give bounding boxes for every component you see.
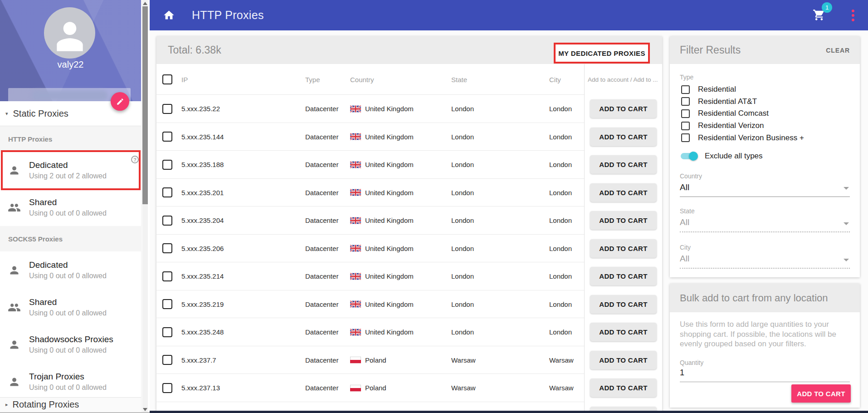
type-filter-option[interactable]: Residential AT&T [680,96,850,108]
cell-state: London [451,272,549,280]
cart-icon[interactable]: 1 [813,9,826,22]
row-checkbox[interactable] [162,187,172,197]
select-all-checkbox[interactable] [162,74,172,84]
row-checkbox[interactable] [162,243,172,253]
table-row: 5.xxx.235.204 Datacenter United [156,206,662,235]
person-icon [7,376,21,388]
page-title: HTTP Proxies [192,9,264,22]
exclude-all-types-toggle[interactable] [680,152,698,161]
filter-title: Filter Results [680,44,741,56]
uk-flag-icon [350,189,361,196]
uk-flag-icon [350,105,361,113]
chevron-down-icon [844,187,849,190]
cell-ip: 5.xxx.237.7 [181,356,305,364]
add-to-cart-button[interactable]: ADD TO CART [590,183,657,202]
scrollbar-thumb[interactable] [142,6,148,204]
row-checkbox[interactable] [162,104,172,114]
bulk-add-title: Bulk add to cart from any location [670,284,860,312]
sidebar-item-title: Shared [29,297,107,307]
add-to-cart-button[interactable]: ADD TO CART [590,323,657,341]
checkbox[interactable] [681,122,690,130]
row-checkbox[interactable] [162,383,172,393]
type-filter-option[interactable]: Residential Verizon [680,120,850,132]
sidebar-item-title: Dedicated [29,260,107,270]
cell-city: London [549,133,584,141]
column-header-ip: IP [181,76,305,84]
sidebar-item-subtitle: Using 0 out of 0 allowed [29,384,107,392]
country-select[interactable]: Country All [680,172,850,197]
uk-flag-icon [350,273,361,280]
proxy-dashboard: HTTP Proxies 1 valy22 ▾ Static Proxies [0,0,868,413]
help-icon[interactable]: ? [131,156,139,163]
row-checkbox[interactable] [162,299,172,309]
home-icon[interactable] [162,9,176,22]
scroll-up-icon[interactable] [143,2,147,5]
main-content: Total: 6.38k MY DEDICATED PROXIES IP Typ… [150,30,868,413]
add-to-cart-button[interactable]: ADD TO CART [590,379,657,397]
cell-ip: 5.xxx.235.201 [181,189,305,197]
bulk-add-description: Use this form to add large quantities to… [680,320,836,349]
sidebar-item[interactable]: Trojan Proxies Using 0 out of 0 allowed [0,363,141,400]
sidebar-item-title: Trojan Proxies [29,372,107,382]
cell-country: United Kingdom [365,300,414,308]
add-to-cart-button[interactable]: ADD TO CART [590,351,657,369]
cell-country: Poland [365,356,386,364]
table-row: 5.xxx.235.144 Datacenter United [156,123,662,151]
table-row: 5.xxx.237.7 Datacenter Poland Warsaw War… [156,346,662,374]
row-checkbox[interactable] [162,271,172,281]
add-to-cart-button[interactable]: ADD TO CART [590,211,657,230]
sidebar-item[interactable]: Shared Using 0 out of 0 allowed [0,189,141,226]
row-checkbox[interactable] [162,160,172,170]
cell-state: London [451,161,549,168]
type-filter-option[interactable]: Residential Comcast [680,108,850,120]
sidebar-item-rotating-proxies[interactable]: ▸ Rotating Proxies [0,397,141,412]
row-checkbox[interactable] [162,216,172,226]
person-icon [7,164,21,177]
cell-city: London [549,328,584,336]
row-checkbox[interactable] [162,355,172,365]
add-to-cart-button[interactable]: ADD TO CART [590,128,657,146]
column-header-action: Add to account / Add to ... [584,64,662,95]
cell-city: London [549,105,584,113]
bulk-add-to-cart-button[interactable]: ADD TO CART [791,384,851,403]
cell-state: London [451,300,549,308]
checkbox[interactable] [681,109,690,118]
my-dedicated-proxies-button[interactable]: MY DEDICATED PROXIES [554,43,650,64]
clear-filters-button[interactable]: CLEAR [826,47,850,54]
sidebar-item[interactable]: Dedicated Using 0 out of 0 allowed [0,251,141,289]
kebab-menu-icon[interactable] [850,8,856,23]
person-icon [7,339,21,351]
table-row: 5.xxx.235.248 Datacenter United [156,318,662,346]
checkbox[interactable] [681,85,690,94]
sidebar-item[interactable]: Shared Using 0 out of 0 allowed [0,289,141,326]
cell-country: United Kingdom [365,133,414,141]
sidebar-item-subtitle: Using 0 out of 0 allowed [29,346,113,354]
row-checkbox[interactable] [162,132,172,142]
cell-country: United Kingdom [365,328,414,336]
row-checkbox[interactable] [162,327,172,337]
app-bar: HTTP Proxies 1 [150,0,868,30]
edit-profile-button[interactable] [111,92,129,111]
table-header-band: Total: 6.38k MY DEDICATED PROXIES [156,36,662,64]
add-to-cart-button[interactable]: ADD TO CART [590,155,657,174]
proxy-table-card: Total: 6.38k MY DEDICATED PROXIES IP Typ… [156,36,662,413]
checkbox[interactable] [681,133,690,142]
column-header-state: State [451,76,549,84]
checkbox[interactable] [681,97,690,106]
quantity-input[interactable] [680,366,850,382]
column-header-country: Country [350,76,451,84]
add-to-cart-button[interactable]: ADD TO CART [590,99,657,118]
type-filter-option[interactable]: Residential [680,84,850,96]
type-filter-option[interactable]: Residential Verizon Business + [680,132,850,144]
sidebar-item[interactable]: Shadowsocks Proxies Using 0 out of 0 all… [0,326,141,363]
state-select-value: All [680,217,850,232]
cell-country: United Kingdom [365,272,414,280]
table-row: 5.xxx.235.214 Datacenter United [156,262,662,290]
scroll-down-icon[interactable] [143,408,147,411]
country-select-value[interactable]: All [680,182,850,197]
add-to-cart-button[interactable]: ADD TO CART [590,295,657,314]
table-row: 5.xxx.235.22 Datacenter United [156,95,662,123]
add-to-cart-button[interactable]: ADD TO CART [590,267,657,285]
sidebar-item[interactable]: Dedicated Using 2 out of 2 allowed [0,152,141,189]
add-to-cart-button[interactable]: ADD TO CART [590,239,657,258]
